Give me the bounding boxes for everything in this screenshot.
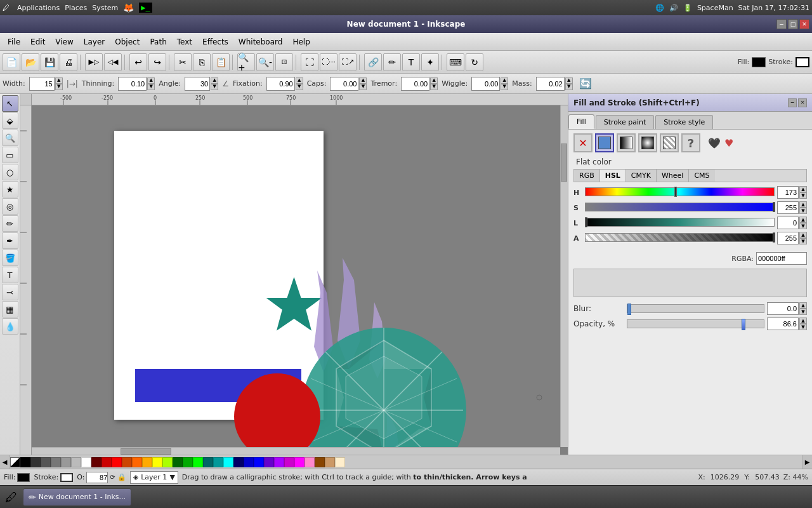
align-button[interactable]: ⌨: [447, 53, 464, 71]
cm-tab-hsl[interactable]: HSL: [600, 170, 626, 182]
hue-down[interactable]: ▼: [799, 192, 807, 199]
wiggle-up[interactable]: ▲: [501, 77, 508, 84]
color-swatch-midgray[interactable]: [51, 457, 61, 467]
copy-button[interactable]: ⎘: [193, 53, 211, 71]
color-swatch-brown[interactable]: [315, 457, 325, 467]
undo-button[interactable]: ↩: [129, 53, 147, 71]
alpha-spinbox[interactable]: ▲ ▼: [777, 232, 807, 244]
circle-tool[interactable]: ○: [2, 164, 18, 180]
angle-up[interactable]: ▲: [211, 77, 218, 84]
color-swatch-violet[interactable]: [284, 457, 294, 467]
color-swatch-darkgray[interactable]: [30, 457, 41, 467]
color-swatch-orange-light[interactable]: [142, 457, 152, 467]
color-swatch-lightgray[interactable]: [61, 457, 71, 467]
radial-grad-btn[interactable]: [638, 133, 657, 152]
light-up[interactable]: ▲: [799, 217, 807, 223]
text-tool-btn[interactable]: T: [402, 53, 420, 71]
vertical-scrollbar[interactable]: [560, 105, 568, 447]
color-swatch-indigo[interactable]: [264, 457, 274, 467]
color-swatch-cream[interactable]: [335, 457, 345, 467]
width-input[interactable]: [29, 77, 55, 91]
sat-spinbox[interactable]: ▲ ▼: [777, 201, 807, 214]
tremor-down[interactable]: ▼: [430, 84, 438, 90]
xml-button[interactable]: ✦: [421, 53, 439, 71]
tremor-up[interactable]: ▲: [430, 77, 438, 84]
places-menu[interactable]: Places: [65, 4, 87, 12]
menu-file[interactable]: File: [3, 36, 25, 48]
menu-text[interactable]: Text: [172, 36, 197, 48]
color-swatch-gray[interactable]: [41, 457, 51, 467]
color-swatch-red-dark[interactable]: [91, 457, 102, 467]
maximize-button[interactable]: □: [788, 19, 798, 29]
panel-close-btn[interactable]: ✕: [798, 98, 807, 107]
fill-color-swatch[interactable]: [17, 473, 30, 482]
caps-spinbox[interactable]: ▲ ▼: [330, 77, 367, 91]
eyedropper-tool[interactable]: 💧: [2, 318, 18, 335]
calligraphy-tool[interactable]: ✒: [2, 232, 18, 249]
group-button[interactable]: ⛶: [301, 53, 318, 71]
color-swatch-green-dark[interactable]: [173, 457, 183, 467]
color-swatch-pink[interactable]: [304, 457, 315, 467]
menu-help[interactable]: Help: [287, 36, 315, 48]
hue-slider-wrap[interactable]: [585, 187, 775, 197]
mass-up[interactable]: ▲: [565, 77, 573, 84]
color-swatch-purple[interactable]: [274, 457, 284, 467]
new-button[interactable]: 📄: [3, 53, 20, 71]
zoom-out-button[interactable]: 🔍-: [256, 53, 274, 71]
color-swatch-cyan[interactable]: [223, 457, 233, 467]
zoom-in-button[interactable]: 🔍+: [237, 53, 255, 71]
alpha-slider-wrap[interactable]: [585, 233, 775, 243]
tremor-spinbox[interactable]: ▲ ▼: [401, 77, 438, 91]
blur-slider[interactable]: [627, 304, 764, 313]
close-button[interactable]: ✕: [799, 19, 809, 29]
menu-object[interactable]: Object: [110, 36, 145, 48]
hue-spinbox[interactable]: ▲ ▼: [777, 186, 807, 199]
sat-down[interactable]: ▼: [799, 208, 807, 214]
taskbar-inkscape-window[interactable]: ✏ New document 1 - Inks...: [23, 488, 131, 506]
sat-slider-wrap[interactable]: [585, 203, 775, 213]
transform-button[interactable]: ↻: [466, 53, 483, 71]
transparent-swatch[interactable]: [10, 457, 20, 467]
opacity-up[interactable]: ▲: [799, 318, 807, 324]
stroke-color-swatch[interactable]: [60, 473, 73, 482]
cm-tab-rgb[interactable]: RGB: [574, 170, 600, 182]
color-swatch-blue-dark[interactable]: [233, 457, 244, 467]
gradient-tool[interactable]: ▦: [2, 301, 18, 318]
color-swatch-orange-dark[interactable]: [122, 457, 132, 467]
unknown-fill-btn[interactable]: ?: [681, 133, 700, 152]
reset-icon[interactable]: 🔄: [579, 77, 592, 90]
fixation-down[interactable]: ▼: [296, 84, 303, 90]
blur-thumb[interactable]: [627, 304, 631, 315]
light-slider-wrap[interactable]: [585, 218, 775, 228]
canvas-viewport[interactable]: [32, 105, 560, 447]
hue-input[interactable]: [777, 186, 799, 199]
opacity-spinbox[interactable]: ▲ ▼: [767, 318, 807, 330]
opacity-status-input[interactable]: [86, 472, 108, 483]
applications-menu[interactable]: Applications: [17, 4, 60, 12]
alpha-up[interactable]: ▲: [799, 232, 807, 238]
color-swatch-teal-dark[interactable]: [203, 457, 213, 467]
hue-up[interactable]: ▲: [799, 186, 807, 192]
blur-up[interactable]: ▲: [799, 302, 807, 309]
color-swatch-green[interactable]: [183, 457, 193, 467]
export-button[interactable]: ◁◀: [104, 53, 122, 71]
alpha-down[interactable]: ▼: [799, 238, 807, 244]
cut-button[interactable]: ✂: [174, 53, 192, 71]
color-swatch-white[interactable]: [81, 457, 91, 467]
menu-layer[interactable]: Layer: [79, 36, 110, 48]
opacity-down[interactable]: ▼: [799, 324, 807, 330]
node-tool[interactable]: ⬙: [2, 112, 18, 129]
system-menu[interactable]: System: [92, 4, 118, 12]
calligraphy-button[interactable]: ✏: [383, 53, 401, 71]
color-swatch-teal[interactable]: [213, 457, 223, 467]
pencil-tool[interactable]: ✏: [2, 215, 18, 232]
color-swatch-green-bright[interactable]: [193, 457, 203, 467]
angle-spinbox[interactable]: ▲ ▼: [185, 77, 218, 91]
fixation-up[interactable]: ▲: [296, 77, 303, 84]
connector-tool[interactable]: ⤙: [2, 284, 18, 300]
sat-input[interactable]: [777, 201, 799, 214]
color-swatch-blue-bright[interactable]: [254, 457, 264, 467]
star-tool[interactable]: ★: [2, 181, 18, 197]
cm-tab-wheel[interactable]: Wheel: [657, 170, 689, 182]
tab-stroke-style[interactable]: Stroke style: [655, 115, 713, 129]
